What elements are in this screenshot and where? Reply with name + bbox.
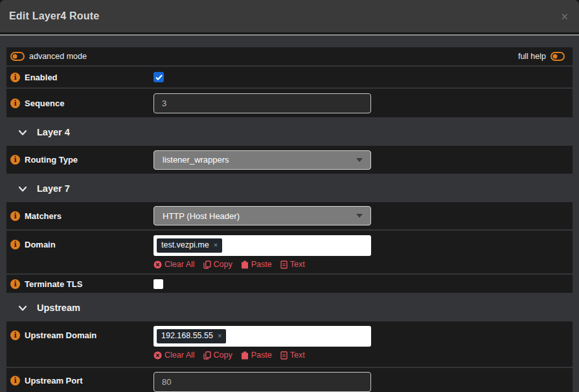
remove-token-icon[interactable]: × bbox=[214, 241, 218, 249]
field-row-upstream-port: i Upstream Port bbox=[6, 368, 573, 392]
upstream-port-label: Upstream Port bbox=[25, 376, 83, 386]
caret-down-icon bbox=[356, 214, 363, 218]
text-button[interactable]: Text bbox=[280, 260, 305, 269]
section-layer4-label: Layer 4 bbox=[37, 127, 70, 137]
caret-down-icon bbox=[356, 158, 363, 162]
clear-all-button[interactable]: Clear All bbox=[153, 260, 195, 269]
text-file-icon bbox=[280, 351, 288, 360]
copy-button[interactable]: Copy bbox=[203, 351, 233, 360]
info-icon[interactable]: i bbox=[10, 376, 20, 386]
toggle-off-icon bbox=[551, 52, 565, 61]
field-row-routing-type: i Routing Type listener_wrappers bbox=[6, 146, 573, 174]
domain-token: test.vezpi.me × bbox=[157, 238, 222, 253]
edit-layer4-route-dialog: Edit Layer4 Route ✕ advanced mode full h… bbox=[0, 0, 579, 392]
text-button[interactable]: Text bbox=[280, 351, 305, 360]
section-layer4[interactable]: Layer 4 bbox=[6, 119, 573, 146]
help-toggle-row: advanced mode full help bbox=[6, 47, 573, 65]
domain-token-input[interactable]: test.vezpi.me × bbox=[153, 235, 371, 256]
copy-icon bbox=[203, 351, 211, 360]
copy-button[interactable]: Copy bbox=[203, 260, 233, 269]
paste-button[interactable]: Paste bbox=[241, 351, 272, 360]
clear-all-icon bbox=[153, 351, 162, 360]
section-layer7-label: Layer 7 bbox=[37, 183, 70, 194]
chevron-down-icon bbox=[18, 305, 27, 312]
info-icon[interactable]: i bbox=[10, 98, 20, 108]
full-help-label: full help bbox=[518, 52, 546, 61]
matchers-label: Matchers bbox=[25, 211, 62, 221]
field-row-terminate-tls: i Terminate TLS bbox=[6, 275, 573, 293]
full-help-toggle[interactable]: full help bbox=[518, 52, 565, 61]
remove-token-icon[interactable]: × bbox=[218, 332, 221, 340]
paste-button[interactable]: Paste bbox=[241, 260, 272, 269]
info-icon[interactable]: i bbox=[10, 330, 20, 340]
sequence-label: Sequence bbox=[25, 98, 64, 108]
enabled-label: Enabled bbox=[25, 73, 58, 82]
upstream-domain-token: 192.168.55.55 × bbox=[157, 329, 226, 343]
routing-type-selected-value: listener_wrappers bbox=[163, 155, 229, 165]
info-icon[interactable]: i bbox=[10, 155, 20, 165]
info-icon[interactable]: i bbox=[10, 279, 20, 289]
section-layer7[interactable]: Layer 7 bbox=[6, 175, 573, 202]
paste-icon bbox=[241, 351, 249, 360]
section-upstream-label: Upstream bbox=[37, 303, 80, 313]
dialog-header: Edit Layer4 Route ✕ bbox=[0, 0, 579, 32]
info-icon[interactable]: i bbox=[10, 211, 20, 221]
check-icon bbox=[155, 75, 163, 80]
field-row-matchers: i Matchers HTTP (Host Header) bbox=[6, 202, 573, 229]
terminate-tls-checkbox[interactable] bbox=[153, 279, 163, 289]
enabled-checkbox[interactable] bbox=[153, 72, 164, 82]
chevron-down-icon bbox=[18, 130, 27, 136]
domain-label: Domain bbox=[25, 240, 56, 249]
field-row-domain: i Domain test.vezpi.me × Clear All bbox=[6, 231, 573, 273]
info-icon[interactable]: i bbox=[10, 240, 20, 249]
chevron-down-icon bbox=[18, 186, 27, 192]
field-row-sequence: i Sequence bbox=[6, 89, 573, 117]
clear-all-icon bbox=[153, 260, 162, 269]
close-icon[interactable]: ✕ bbox=[560, 12, 569, 21]
terminate-tls-label: Terminate TLS bbox=[25, 279, 82, 289]
text-file-icon bbox=[280, 260, 288, 269]
advanced-mode-toggle[interactable]: advanced mode bbox=[10, 52, 87, 61]
info-icon[interactable]: i bbox=[10, 73, 20, 82]
upstream-domain-label: Upstream Domain bbox=[25, 330, 96, 340]
advanced-mode-label: advanced mode bbox=[29, 52, 87, 61]
field-row-enabled: i Enabled bbox=[6, 67, 573, 87]
dialog-title: Edit Layer4 Route bbox=[9, 10, 99, 22]
upstream-port-input[interactable] bbox=[153, 372, 371, 392]
upstream-domain-token-actions: Clear All Copy Paste Text bbox=[153, 351, 371, 360]
upstream-domain-token-input[interactable]: 192.168.55.55 × bbox=[153, 326, 371, 347]
clear-all-button[interactable]: Clear All bbox=[153, 351, 195, 360]
dialog-body: advanced mode full help i Enabled i Sequ… bbox=[0, 36, 579, 392]
routing-type-select[interactable]: listener_wrappers bbox=[153, 150, 371, 170]
matchers-select[interactable]: HTTP (Host Header) bbox=[153, 206, 371, 225]
paste-icon bbox=[241, 260, 249, 269]
section-upstream[interactable]: Upstream bbox=[6, 294, 573, 321]
domain-token-actions: Clear All Copy Paste Text bbox=[153, 260, 371, 269]
routing-type-label: Routing Type bbox=[25, 155, 78, 165]
toggle-off-icon bbox=[10, 52, 25, 61]
matchers-selected-value: HTTP (Host Header) bbox=[163, 211, 240, 221]
sequence-input[interactable] bbox=[153, 93, 371, 113]
field-row-upstream-domain: i Upstream Domain 192.168.55.55 × Clear … bbox=[6, 321, 573, 367]
copy-icon bbox=[203, 260, 211, 269]
